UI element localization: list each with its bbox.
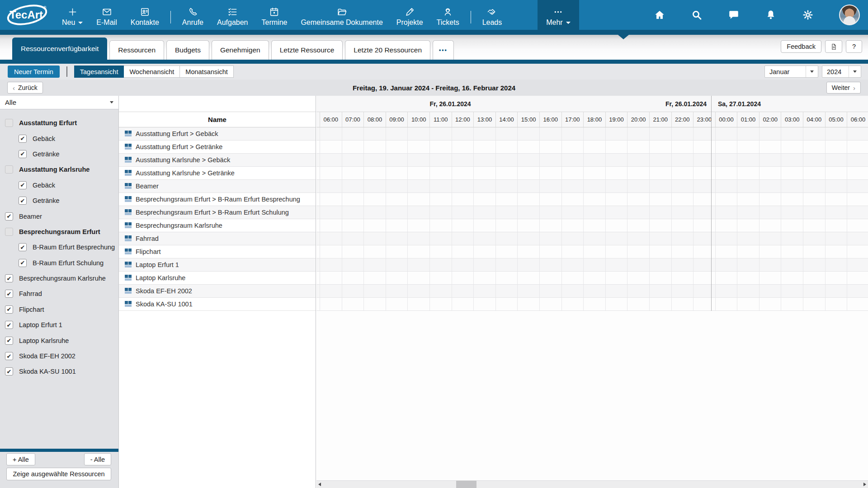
grid-slot-cell[interactable] [386, 258, 408, 271]
grid-slot-cell[interactable] [825, 206, 847, 219]
grid-slot-cell[interactable] [407, 272, 429, 284]
grid-slot-cell[interactable] [825, 154, 847, 166]
grid-slot-cell[interactable] [759, 206, 781, 219]
grid-slot-cell[interactable] [561, 180, 584, 192]
grid-slot-cell[interactable] [320, 285, 342, 297]
grid-slot-cell[interactable] [495, 272, 518, 284]
grid-slot-cell[interactable] [386, 154, 408, 166]
grid-slot-cell[interactable] [759, 141, 781, 153]
grid-slot-cell[interactable] [759, 219, 781, 232]
grid-slot-cell[interactable] [693, 127, 715, 140]
grid-slot-cell[interactable] [715, 167, 737, 179]
resource-row[interactable]: Besprechungsraum Karlsruhe [119, 219, 316, 232]
grid-slot-cell[interactable] [781, 193, 803, 206]
resource-row[interactable]: Ausstattung Erfurt > Getränke [119, 141, 316, 154]
tab-ressourcenverfügbarkeit[interactable]: Ressourcenverfügbarkeit [12, 38, 107, 60]
grid-slot-cell[interactable] [737, 232, 759, 245]
tab-letzte-ressource[interactable]: Letzte Ressource [271, 40, 343, 60]
grid-slot-cell[interactable] [627, 154, 649, 166]
grid-slot-cell[interactable] [473, 245, 495, 258]
resource-row[interactable]: Beamer [119, 180, 316, 193]
grid-slot-cell[interactable] [737, 154, 759, 166]
grid-slot-cell[interactable] [473, 258, 495, 271]
menu-item-termine[interactable]: Termine [255, 0, 294, 30]
grid-slot-cell[interactable] [429, 167, 452, 179]
grid-slot-cell[interactable] [363, 167, 386, 179]
grid-slot-cell[interactable] [847, 206, 868, 219]
grid-slot-cell[interactable] [803, 193, 825, 206]
grid-slot-cell[interactable] [452, 206, 474, 219]
grid-slot-cell[interactable] [561, 167, 584, 179]
grid-slot-cell[interactable] [473, 193, 495, 206]
grid-slot-cell[interactable] [473, 232, 495, 245]
grid-slot-cell[interactable] [539, 154, 561, 166]
grid-slot-cell[interactable] [671, 232, 693, 245]
grid-slot-cell[interactable] [342, 141, 364, 153]
menu-item-projekte[interactable]: Projekte [390, 0, 430, 30]
home-button[interactable] [654, 9, 665, 21]
grid-slot-cell[interactable] [452, 232, 474, 245]
grid-slot-cell[interactable] [363, 154, 386, 166]
show-selected-resources-button[interactable]: Zeige ausgewählte Ressourcen [6, 468, 111, 480]
grid-slot-cell[interactable] [627, 180, 649, 192]
grid-slot-cell[interactable] [605, 180, 627, 192]
checkbox-checked[interactable]: ✔ [19, 181, 27, 189]
grid-slot-cell[interactable] [517, 232, 539, 245]
grid-slot-cell[interactable] [627, 167, 649, 179]
grid-slot-cell[interactable] [342, 298, 364, 310]
grid-slot-cell[interactable] [342, 167, 364, 179]
grid-slot-cell[interactable] [495, 193, 518, 206]
grid-slot-cell[interactable] [320, 127, 342, 140]
grid-slot-cell[interactable] [561, 258, 584, 271]
grid-slot-cell[interactable] [693, 154, 715, 166]
grid-slot-cell[interactable] [583, 245, 605, 258]
grid-slot-cell[interactable] [781, 272, 803, 284]
scrollbar-thumb[interactable] [456, 481, 476, 488]
grid-slot-cell[interactable] [583, 298, 605, 310]
grid-slot-cell[interactable] [517, 206, 539, 219]
grid-slot-cell[interactable] [715, 193, 737, 206]
grid-slot-cell[interactable] [452, 298, 474, 310]
tab-ressourcen[interactable]: Ressourcen [109, 40, 164, 60]
grid-slot-cell[interactable] [759, 258, 781, 271]
next-period-button[interactable]: Weiter › [826, 82, 861, 94]
grid-slot-cell[interactable] [671, 193, 693, 206]
grid-slot-cell[interactable] [671, 258, 693, 271]
grid-slot-cell[interactable] [363, 232, 386, 245]
grid-slot-cell[interactable] [386, 167, 408, 179]
grid-slot-cell[interactable] [452, 285, 474, 297]
grid-slot-cell[interactable] [627, 206, 649, 219]
grid-slot-cell[interactable] [429, 298, 452, 310]
grid-slot-cell[interactable] [363, 180, 386, 192]
grid-slot-cell[interactable] [627, 258, 649, 271]
menu-item-leads[interactable]: Leads [476, 0, 509, 30]
grid-slot-cell[interactable] [452, 127, 474, 140]
grid-slot-cell[interactable] [561, 219, 584, 232]
grid-slot-cell[interactable] [561, 298, 584, 310]
grid-slot-cell[interactable] [781, 258, 803, 271]
grid-slot-cell[interactable] [671, 219, 693, 232]
grid-slot-cell[interactable] [605, 245, 627, 258]
grid-slot-cell[interactable] [803, 298, 825, 310]
grid-slot-cell[interactable] [847, 193, 868, 206]
checkbox-partial[interactable] [5, 119, 13, 127]
grid-slot-cell[interactable] [781, 298, 803, 310]
grid-slot-cell[interactable] [649, 298, 671, 310]
grid-slot-cell[interactable] [429, 258, 452, 271]
grid-slot-cell[interactable] [649, 141, 671, 153]
grid-slot-cell[interactable] [583, 206, 605, 219]
grid-slot-cell[interactable] [715, 298, 737, 310]
grid-slot-cell[interactable] [583, 219, 605, 232]
grid-slot-cell[interactable] [342, 272, 364, 284]
grid-slot-cell[interactable] [407, 245, 429, 258]
grid-slot-cell[interactable] [429, 154, 452, 166]
grid-slot-cell[interactable] [517, 141, 539, 153]
grid-slot-cell[interactable] [715, 206, 737, 219]
grid-slot-cell[interactable] [407, 298, 429, 310]
resource-row[interactable]: Besprechungsraum Erfurt > B-Raum Erfurt … [119, 193, 316, 206]
grid-slot-cell[interactable] [495, 258, 518, 271]
grid-slot-cell[interactable] [803, 141, 825, 153]
resource-row[interactable]: Fahrrad [119, 232, 316, 245]
grid-slot-cell[interactable] [473, 285, 495, 297]
grid-slot-cell[interactable] [781, 141, 803, 153]
